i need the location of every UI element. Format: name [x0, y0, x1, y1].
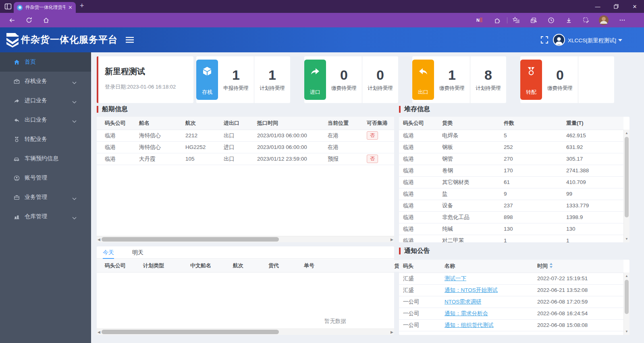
table-row: 临港非危化工品8981398.9: [399, 211, 623, 223]
stat-card-import: 进口 0缴费待受理 0计划待受理: [304, 56, 398, 103]
sidebar-item-account-management[interactable]: 账号管理: [0, 168, 91, 188]
sidebar-item-export-business[interactable]: 出口业务: [0, 110, 91, 130]
web-capture-icon[interactable]: [580, 14, 592, 26]
notice-link[interactable]: 通知：NTOS开始测试: [445, 287, 498, 293]
sidebar-item-label: 出口业务: [25, 116, 47, 124]
username[interactable]: XLCCS[新里程测试]: [568, 37, 616, 44]
scroll-right-icon[interactable]: ▶: [391, 330, 393, 334]
sidebar-item-label: 业务管理: [25, 194, 47, 201]
scrollbar-thumb[interactable]: [102, 330, 279, 334]
scroll-right-icon[interactable]: ▶: [391, 238, 393, 242]
sort-icon[interactable]: [549, 263, 553, 269]
scroll-up-icon[interactable]: ▲: [625, 274, 628, 278]
notice-link[interactable]: NTOS需求调研: [445, 299, 481, 305]
export-arrow-icon: [13, 117, 20, 123]
notices-table: 码头 名称 时间 汇盛测试一下2022-07-22 15:19:51汇盛通知：N…: [399, 260, 623, 331]
scrollbar-thumb[interactable]: [625, 137, 629, 217]
tab-tomorrow[interactable]: 明天: [132, 246, 143, 258]
column-header: 码头公司: [97, 117, 135, 130]
tab-activity-icon[interactable]: [4, 3, 12, 12]
sidebar-item-vehicle-reservation[interactable]: 车辆预约信息: [0, 149, 91, 168]
notice-link[interactable]: 测试一下: [445, 275, 466, 281]
favorites-bar-icon[interactable]: [510, 14, 522, 26]
caret-down-icon[interactable]: [618, 39, 622, 41]
column-header: 船名: [135, 117, 181, 130]
stat-value: 8: [484, 68, 492, 82]
table-row: 一公司NTOS需求调研2022-06-08 17:20:59: [399, 296, 623, 308]
user-avatar-icon[interactable]: [553, 34, 565, 46]
browser-tab[interactable]: 件杂货一体化理货平台 - 首页 ✕: [14, 2, 76, 13]
sidebar-item-label: 转配业务: [25, 136, 47, 143]
stat-value: 1: [448, 68, 456, 82]
stat-value: 1: [232, 68, 240, 82]
scroll-down-icon[interactable]: ▼: [625, 237, 628, 241]
scrollbar-thumb[interactable]: [625, 280, 629, 314]
app-header: 件杂货一体化服务平台 XLCCS[新里程测试]: [0, 27, 644, 52]
table-row: 临港钢板252631.92: [399, 141, 623, 153]
onenote-icon[interactable]: N: [474, 14, 486, 26]
sidebar-item-business-management[interactable]: 业务管理: [0, 188, 91, 207]
sidebar: 首页 存栈业务 进口业务 出口业务 转配业务 车辆预约信息 账号管理: [0, 52, 91, 343]
chevron-down-icon: [72, 118, 77, 124]
stat-tile-label: 出口: [418, 89, 428, 96]
svg-text:N: N: [476, 18, 480, 23]
scroll-down-icon[interactable]: ▼: [625, 330, 628, 333]
login-date: 登录日期:2023-01-06 16:18:02: [105, 83, 193, 91]
more-icon[interactable]: [616, 14, 628, 26]
column-header[interactable]: 时间: [533, 260, 623, 273]
fullscreen-icon[interactable]: [541, 36, 548, 45]
stat-label: 缴费待受理: [547, 85, 573, 92]
extensions-icon[interactable]: [491, 14, 503, 26]
column-header: 计划类型: [139, 259, 186, 272]
stat-tile: 进口: [304, 60, 326, 100]
back-icon[interactable]: [6, 14, 18, 26]
downloads-icon[interactable]: [563, 14, 575, 26]
sidebar-item-home[interactable]: 首页: [0, 52, 91, 72]
chevron-down-icon: [72, 215, 77, 221]
stat-label: 缴费待受理: [439, 85, 465, 92]
window-minimize-button[interactable]: —: [588, 0, 607, 13]
horizontal-scrollbar[interactable]: ◀ ▶: [97, 329, 394, 335]
tab-title: 件杂货一体化理货平台 - 首页: [25, 4, 65, 10]
scrollbar-thumb[interactable]: [102, 237, 279, 242]
tab-close-icon[interactable]: ✕: [68, 5, 73, 10]
welcome-card: 新里程测试 登录日期:2023-01-06 16:18:02: [97, 56, 193, 103]
column-header: 名称: [440, 260, 533, 273]
column-header: 货类: [438, 117, 500, 130]
medal-icon: [13, 136, 20, 143]
horizontal-scrollbar[interactable]: ◀ ▶: [97, 236, 394, 242]
profile-avatar[interactable]: [598, 14, 610, 26]
scroll-left-icon[interactable]: ◀: [98, 238, 100, 242]
plans-table: 码头公司计划类型中文船名航次货代单号: [97, 259, 394, 273]
sidebar-item-transfer-business[interactable]: 转配业务: [0, 130, 91, 149]
hamburger-icon[interactable]: [125, 36, 134, 45]
sidebar-item-import-business[interactable]: 进口业务: [0, 91, 91, 110]
chevron-down-icon: [72, 99, 77, 105]
tab-today[interactable]: 今天: [103, 246, 114, 258]
table-row: 临港大丹霞105出口2023/01/12 23:59:00预报否: [97, 153, 394, 165]
history-icon[interactable]: [545, 14, 557, 26]
column-header: 中文船名: [186, 259, 229, 272]
scroll-left-icon[interactable]: ◀: [98, 330, 100, 334]
table-row: 临港设备2371333.779: [399, 200, 623, 211]
arrow-reply-icon: [418, 66, 428, 76]
home-icon[interactable]: [40, 14, 52, 26]
scroll-up-icon[interactable]: ▲: [625, 131, 628, 135]
sidebar-item-warehouse-management[interactable]: 仓库管理: [0, 207, 91, 226]
vertical-scrollbar[interactable]: ▲ ▼: [623, 273, 629, 335]
vertical-scrollbar[interactable]: ▲ ▼: [623, 130, 629, 242]
column-header: 重量(T): [562, 117, 623, 130]
window-close-button[interactable]: ✕: [625, 0, 644, 13]
sidebar-item-storage-business[interactable]: 存栈业务: [0, 72, 91, 91]
collections-icon[interactable]: [527, 14, 539, 26]
column-header: 可否集港: [363, 117, 394, 130]
window-restore-button[interactable]: [607, 0, 625, 13]
new-tab-button[interactable]: +: [80, 2, 84, 10]
notice-link[interactable]: 通知：组织货代测试: [445, 322, 494, 328]
stat-value: 1: [268, 68, 276, 82]
refresh-icon[interactable]: [23, 14, 35, 26]
stat-value: 0: [340, 68, 348, 82]
notice-link[interactable]: 通知：需求分析会: [445, 310, 488, 316]
storage-section-title: 堆存信息: [399, 105, 430, 114]
account-icon: [13, 175, 20, 181]
